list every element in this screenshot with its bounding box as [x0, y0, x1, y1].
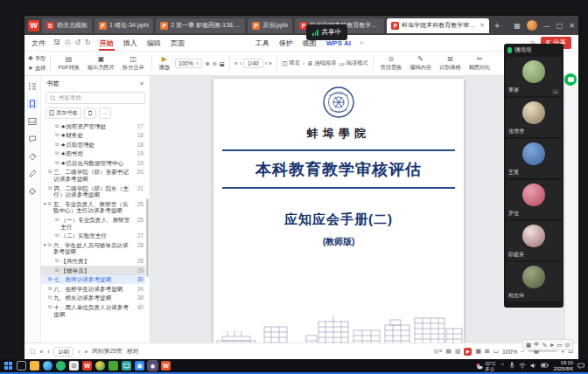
single-page-view-icon[interactable]: ▤: [446, 348, 452, 355]
comments-icon[interactable]: [27, 134, 38, 144]
fit-page-icon[interactable]: ⬓: [220, 60, 225, 66]
reader-icon[interactable]: ▭: [494, 348, 499, 355]
first-page-button[interactable]: «: [234, 60, 238, 66]
play-button[interactable]: ▶播放: [157, 56, 172, 72]
app-icon-green[interactable]: [56, 361, 66, 371]
zoom-slider[interactable]: [528, 350, 557, 352]
search-icon[interactable]: ⌕: [360, 38, 363, 47]
prev-page-button[interactable]: ‹: [240, 60, 242, 66]
back-to-page-button[interactable]: 回到第29页: [92, 347, 122, 356]
menu-page[interactable]: 页面: [170, 38, 186, 49]
tray-expand-icon[interactable]: ⌃: [500, 363, 506, 370]
zoom-out-icon[interactable]: ⊖: [213, 60, 217, 66]
restore-button[interactable]: ▢: [556, 22, 564, 30]
app-icon-display[interactable]: 🖵: [122, 361, 131, 371]
add-bookmark-button[interactable]: 添加书签: [46, 107, 81, 119]
app-icon-ball[interactable]: [95, 361, 105, 371]
proofread-button[interactable]: 校对: [127, 347, 139, 356]
pen-icon[interactable]: [27, 169, 38, 179]
volume-icon[interactable]: [530, 363, 536, 370]
bookmark-item[interactable]: ⧉★后勤管理处18: [41, 140, 145, 149]
export-image-button[interactable]: ▣输出为图片: [85, 56, 117, 72]
fullwidth-icon[interactable]: ⊞: [485, 348, 490, 355]
hand-tool-button[interactable]: ✥手型: [28, 55, 46, 63]
two-page-button[interactable]: ◫双页˅: [282, 59, 305, 67]
menu-file[interactable]: 文件: [32, 38, 46, 48]
last-page-button[interactable]: »: [269, 60, 272, 66]
network-icon[interactable]: [519, 363, 526, 370]
bookmark-item[interactable]: ⧉八、在校学生访谈参考提纲34: [41, 284, 145, 294]
app-icon-green-square[interactable]: [108, 361, 118, 371]
read-mode-button[interactable]: ▭阅读模式: [339, 59, 368, 67]
tab-pdf-active[interactable]: P 蚌埠学院本科教育教学审… ✕: [387, 18, 489, 33]
bookmark-item[interactable]: ⧉★财务处18: [41, 131, 145, 141]
recognize-table-button[interactable]: ⊞识别表格: [437, 56, 464, 72]
expand-icon[interactable]: ▾: [44, 201, 46, 208]
minimize-button[interactable]: —: [543, 22, 550, 30]
meeting-app-icon[interactable]: ▣: [135, 361, 144, 371]
menu-tools[interactable]: 工具: [255, 38, 270, 49]
book-view-icon[interactable]: ▥: [455, 348, 460, 355]
close-button[interactable]: ✕: [569, 22, 575, 30]
app-icon-flower[interactable]: ✿: [69, 361, 79, 371]
images-icon[interactable]: [27, 116, 38, 127]
thumbnails-icon[interactable]: [27, 81, 38, 92]
pdf-convert-button[interactable]: ▤PDF转换: [55, 56, 82, 72]
close-icon[interactable]: ✕: [139, 80, 144, 87]
participant-tile[interactable]: 张培培: [506, 98, 562, 137]
first-page-button[interactable]: «: [39, 349, 43, 355]
split-merge-button[interactable]: ◫拆分合并: [120, 56, 147, 72]
undo-icon[interactable]: ↺: [74, 38, 80, 47]
menu-home[interactable]: 开始: [99, 38, 115, 49]
pen-icon[interactable]: ✎: [542, 342, 547, 349]
bookmark-item[interactable]: ⧉【共性类】28: [41, 257, 145, 267]
tab-pptx-3[interactable]: P 景别.pptx: [248, 18, 292, 33]
participant-tile[interactable]: 覃赛 ▭: [506, 57, 562, 96]
redo-icon[interactable]: ↻: [85, 38, 91, 47]
start-button[interactable]: [4, 361, 13, 371]
gear-icon[interactable]: ⊙: [565, 342, 570, 349]
continuous-read-button[interactable]: ≣连续阅读: [308, 59, 337, 67]
menu-insert[interactable]: 插入: [122, 38, 138, 49]
bookmark-item[interactable]: ⧉（二）实验室主任27: [41, 232, 145, 241]
next-page-button[interactable]: ›: [78, 349, 80, 355]
zoom-select[interactable]: 100%˅: [175, 59, 202, 68]
participant-tile[interactable]: 罗佳: [506, 180, 562, 219]
new-tab-button[interactable]: +: [492, 21, 502, 31]
save-icon[interactable]: 🖫: [53, 38, 60, 47]
layout-icon[interactable]: ▦: [514, 22, 521, 30]
mic-icon[interactable]: [509, 362, 514, 370]
clock-widget[interactable]: 19:10 2025/8/6: [553, 360, 573, 371]
cursor-icon[interactable]: ➤: [550, 342, 554, 349]
weather-widget[interactable]: 32°C多云: [475, 361, 495, 371]
participant-tile[interactable]: 程志伟: [506, 262, 562, 301]
wps-logo[interactable]: W: [28, 20, 39, 31]
edge-browser-icon[interactable]: [43, 361, 52, 371]
fit-width-icon[interactable]: ▦: [475, 348, 480, 355]
lang-zh-icon[interactable]: 中: [534, 341, 540, 349]
page-indicator[interactable]: 1/40: [53, 347, 74, 357]
bookmark-item[interactable]: ⧉九、校友访谈参考提纲38: [41, 294, 145, 303]
menu-protect[interactable]: 保护: [278, 38, 294, 49]
bookmarks-panel-icon[interactable]: [27, 99, 38, 109]
screenshot-button[interactable]: ✂截图对比: [466, 56, 494, 72]
last-page-button[interactable]: »: [84, 349, 88, 355]
bookmark-item-selected[interactable]: ⧉七、教师访谈参考提纲30: [41, 275, 145, 285]
tab-close-icon[interactable]: ✕: [480, 22, 485, 29]
wps-app-icon[interactable]: W: [82, 361, 92, 371]
select-tool-button[interactable]: ➤选择: [28, 65, 46, 73]
expand-icon[interactable]: ▾: [44, 242, 46, 249]
notification-icon[interactable]: [578, 363, 584, 370]
find-replace-button[interactable]: ⊙查找替换: [378, 56, 405, 72]
delete-bookmark-button[interactable]: [84, 107, 96, 119]
more-options-button[interactable]: ⋯: [99, 107, 111, 119]
edit-content-button[interactable]: ✎编辑内容: [407, 56, 434, 72]
scrollbar-thumb[interactable]: [146, 198, 149, 277]
wps-office-icon[interactable]: W: [161, 361, 171, 371]
bookmark-item[interactable]: ⧉四、二级学院（部）院长（主任）访谈参考提纲21: [41, 184, 145, 199]
bookmark-item[interactable]: ⧉★国有资产管理处17: [41, 121, 145, 131]
wechat-float-button[interactable]: [564, 73, 577, 86]
bookmark-item[interactable]: ▾⧉六、学生处人员与辅导员访谈参考提纲28: [41, 240, 145, 256]
menu-edit[interactable]: 编辑: [146, 38, 162, 49]
bookmark-item[interactable]: ⧉★图书馆19: [41, 149, 145, 159]
